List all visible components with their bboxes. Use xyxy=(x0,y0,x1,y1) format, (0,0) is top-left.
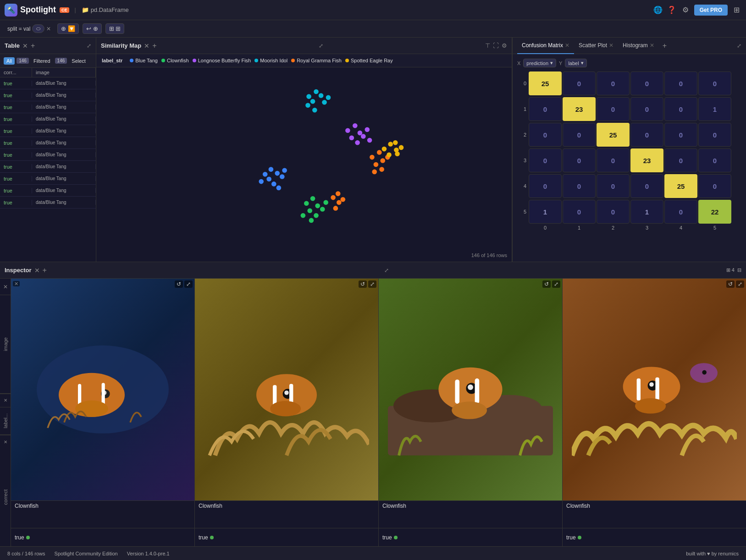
scatter-dot[interactable] xyxy=(337,200,342,205)
scatter-dot[interactable] xyxy=(315,203,320,209)
table-row[interactable]: true data/Blue Tang xyxy=(0,101,96,113)
cm-cell-0-4[interactable]: 0 xyxy=(664,71,697,95)
scatter-dot[interactable] xyxy=(345,128,350,133)
col3-expand-btn[interactable]: ⤢ xyxy=(552,280,560,288)
right-panel-expand[interactable]: ⤢ xyxy=(737,43,741,49)
scatter-dot[interactable] xyxy=(393,140,398,145)
all-tab[interactable]: All xyxy=(4,57,15,65)
cm-cell-1-5[interactable]: 1 xyxy=(698,97,731,121)
inspector-close-btn[interactable]: ✕ xyxy=(34,267,40,274)
col1-refresh-btn[interactable]: ↺ xyxy=(175,280,183,288)
filter-btn[interactable]: ⊕ 🔽 xyxy=(57,23,79,34)
scatter-dot[interactable] xyxy=(377,150,382,155)
table-add-btn[interactable]: + xyxy=(31,42,35,50)
scatter-dot[interactable] xyxy=(266,177,271,182)
table-row[interactable]: true data/Blue Tang xyxy=(0,137,96,149)
similarity-expand-btn[interactable]: ⤢ xyxy=(319,43,323,49)
cm-cell-4-1[interactable]: 0 xyxy=(563,174,596,198)
cm-cell-1-4[interactable]: 0 xyxy=(664,97,697,121)
scatter-dot[interactable] xyxy=(387,153,392,158)
help-icon[interactable]: ❓ xyxy=(667,5,677,15)
scatter-dot[interactable] xyxy=(269,167,274,172)
table-row[interactable]: true data/Blue Tang xyxy=(0,77,96,89)
cm-cell-2-2[interactable]: 25 xyxy=(597,123,630,147)
settings-icon[interactable]: ⚙ xyxy=(502,42,507,49)
github-icon[interactable]: ⚙ xyxy=(680,5,691,15)
scatter-dot[interactable] xyxy=(341,197,346,202)
filter-icon[interactable]: ⊤ xyxy=(485,42,490,49)
scatter-dot[interactable] xyxy=(282,168,287,173)
scatter-dot[interactable] xyxy=(365,127,370,132)
table-row[interactable]: true data/Blue Tang xyxy=(0,113,96,125)
cm-cell-2-4[interactable]: 0 xyxy=(664,123,697,147)
scatter-dot[interactable] xyxy=(349,135,354,140)
cm-cell-4-0[interactable]: 0 xyxy=(529,174,562,198)
cm-cell-2-5[interactable]: 0 xyxy=(698,123,731,147)
scatter-dot[interactable] xyxy=(275,171,280,176)
tab-sp-close[interactable]: ✕ xyxy=(609,42,613,49)
scatter-dot[interactable] xyxy=(333,206,338,211)
table-row[interactable]: true data/Blue Tang xyxy=(0,149,96,161)
col4-expand-btn[interactable]: ⤢ xyxy=(736,280,744,288)
scatter-dot[interactable] xyxy=(280,174,285,179)
table-expand-btn[interactable]: ⤢ xyxy=(87,43,91,49)
cm-cell-4-4[interactable]: 25 xyxy=(664,174,697,198)
table-close-btn[interactable]: ✕ xyxy=(22,42,28,49)
scatter-dot[interactable] xyxy=(305,103,310,108)
col2-refresh-btn[interactable]: ↺ xyxy=(359,280,367,288)
cm-cell-3-2[interactable]: 0 xyxy=(597,148,630,172)
cm-cell-1-1[interactable]: 23 xyxy=(563,97,596,121)
cm-cell-5-0[interactable]: 1 xyxy=(529,200,562,224)
scatter-dot[interactable] xyxy=(304,201,309,206)
scatter-dot[interactable] xyxy=(271,181,276,187)
cm-cell-1-3[interactable]: 0 xyxy=(630,97,663,121)
cm-cell-2-3[interactable]: 0 xyxy=(630,123,663,147)
col1-expand-btn[interactable]: ⤢ xyxy=(184,280,193,288)
cm-cell-2-0[interactable]: 0 xyxy=(529,123,562,147)
cm-cell-5-1[interactable]: 0 xyxy=(563,200,596,224)
col3-refresh-btn[interactable]: ↺ xyxy=(542,280,551,288)
scatter-dot[interactable] xyxy=(320,207,325,212)
cm-cell-3-5[interactable]: 0 xyxy=(698,148,731,172)
table-row[interactable]: true data/Blue Tang xyxy=(0,173,96,185)
scatter-dot[interactable] xyxy=(314,89,319,94)
scatter-dot[interactable] xyxy=(380,158,385,163)
tab-histogram[interactable]: Histogram ✕ xyxy=(618,38,659,54)
cm-cell-5-4[interactable]: 0 xyxy=(664,200,697,224)
col4-refresh-btn[interactable]: ↺ xyxy=(726,280,735,288)
scatter-dot[interactable] xyxy=(314,213,319,218)
split-close[interactable]: ✕ xyxy=(46,26,51,32)
cm-cell-4-2[interactable]: 0 xyxy=(597,174,630,198)
label-row-close[interactable]: ✕ xyxy=(4,398,7,403)
col2-expand-btn[interactable]: ⤢ xyxy=(368,280,376,288)
scatter-dot[interactable] xyxy=(382,147,387,152)
scatter-dot[interactable] xyxy=(322,100,327,105)
layout-icon[interactable]: ⊞ xyxy=(731,5,741,15)
scatter-dot[interactable] xyxy=(331,195,336,200)
scatter-dot[interactable] xyxy=(355,140,360,145)
scatter-dot[interactable] xyxy=(323,200,328,205)
scatter-dot[interactable] xyxy=(336,191,341,196)
tab-add-btn[interactable]: + xyxy=(663,42,667,50)
scatter-dot[interactable] xyxy=(372,170,377,175)
scatter-dot[interactable] xyxy=(306,94,311,99)
cm-cell-4-3[interactable]: 0 xyxy=(630,174,663,198)
scatter-dot[interactable] xyxy=(353,123,358,128)
scatter-dot[interactable] xyxy=(370,155,375,160)
cm-cell-0-5[interactable]: 0 xyxy=(698,71,731,95)
layout-btn[interactable]: ⊞ ⊞ xyxy=(105,23,125,34)
scatter-dot[interactable] xyxy=(388,142,393,147)
inspector-add-btn[interactable]: + xyxy=(43,266,47,275)
scatter-dot[interactable] xyxy=(312,108,317,113)
y-axis-select[interactable]: label ▾ xyxy=(565,59,586,67)
correct-row-close[interactable]: ✕ xyxy=(4,439,7,445)
get-pro-button[interactable]: Get PRO xyxy=(694,5,728,16)
cm-cell-1-2[interactable]: 0 xyxy=(597,97,630,121)
add-view-btn[interactable]: ↩ ⊕ xyxy=(83,23,102,34)
cm-cell-5-5[interactable]: 22 xyxy=(698,200,731,224)
scatter-dot[interactable] xyxy=(310,99,315,104)
cm-cell-1-0[interactable]: 0 xyxy=(529,97,562,121)
community-icon[interactable]: 🌐 xyxy=(653,5,663,15)
col1-close-btn[interactable]: ✕ xyxy=(13,281,20,286)
cm-cell-5-2[interactable]: 0 xyxy=(597,200,630,224)
